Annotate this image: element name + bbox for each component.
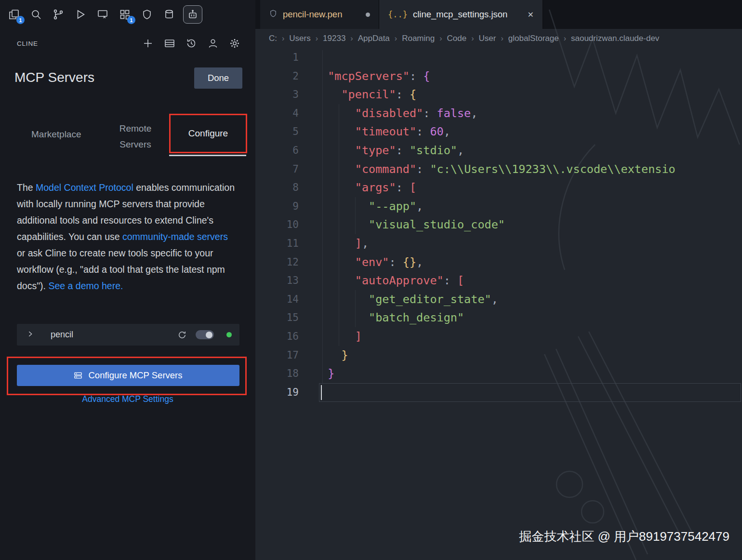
code-text: "timeout": 60, (299, 122, 450, 141)
code-line[interactable]: 16 ] (255, 327, 742, 346)
tab-filename: cline_mcp_settings.json (413, 9, 507, 20)
tab-marketplace[interactable]: Marketplace (31, 129, 81, 140)
line-number: 4 (255, 104, 299, 123)
code-text: "type": "stdio", (299, 141, 464, 160)
code-line[interactable]: 11 ], (255, 234, 742, 253)
code-line[interactable]: 8 "args": [ (255, 178, 742, 197)
inline-link[interactable]: See a demo here. (48, 280, 123, 291)
breadcrumb-item[interactable]: Roaming (402, 34, 435, 43)
text-cursor (321, 385, 322, 400)
configure-mcp-servers-button[interactable]: Configure MCP Servers (17, 365, 239, 386)
active-tab-underline (169, 155, 246, 156)
toggle-knob (206, 332, 212, 338)
breadcrumb-item[interactable]: 19233 (323, 34, 345, 43)
mcp-description: The Model Context Protocol enables commu… (17, 179, 238, 294)
breadcrumb-item[interactable]: C: (269, 34, 277, 43)
line-number: 15 (255, 308, 299, 327)
code-text: "visual_studio_code" (299, 215, 505, 234)
code-line[interactable]: 13 "autoApprove": [ (255, 271, 742, 290)
code-line[interactable]: 1 (255, 48, 742, 67)
code-line[interactable]: 5 "timeout": 60, (255, 122, 742, 141)
done-button[interactable]: Done (194, 67, 242, 89)
code-text: "get_editor_state", (299, 290, 498, 309)
history-icon[interactable] (184, 36, 199, 51)
line-number: 16 (255, 327, 299, 346)
breadcrumb-item[interactable]: Code (447, 34, 467, 43)
code-editor[interactable]: 12 "mcpServers": {3 "pencil": {4 "disabl… (255, 48, 742, 560)
code-line[interactable]: 14 "get_editor_state", (255, 290, 742, 309)
editor-tabbar: pencil-new.pen {..} cline_mcp_settings.j… (255, 0, 742, 29)
breadcrumb-separator-icon: › (501, 34, 503, 43)
breadcrumb-item[interactable]: Users (289, 34, 310, 43)
code-line[interactable]: 15 "batch_design" (255, 308, 742, 327)
advanced-mcp-settings-link[interactable]: Advanced MCP Settings (0, 394, 255, 404)
chevron-right-icon[interactable] (26, 330, 34, 340)
line-number: 5 (255, 122, 299, 141)
close-tab-icon[interactable]: ✕ (528, 10, 534, 19)
code-text: "pencil": { (299, 85, 416, 104)
server-row-pencil[interactable]: pencil (17, 324, 239, 346)
code-line[interactable]: 18 } (255, 364, 742, 383)
line-number: 19 (255, 383, 299, 402)
breadcrumb-item[interactable]: globalStorage (508, 34, 559, 43)
code-text: ], (299, 234, 369, 253)
code-line[interactable]: 6 "type": "stdio", (255, 141, 742, 160)
code-line[interactable]: 3 "pencil": { (255, 85, 742, 104)
server-status-dot (226, 332, 232, 337)
code-lines: 12 "mcpServers": {3 "pencil": {4 "disabl… (255, 48, 742, 401)
description-text: The (17, 182, 36, 193)
code-line[interactable]: 4 "disabled": false, (255, 104, 742, 123)
breadcrumb-separator-icon: › (439, 34, 442, 43)
code-line[interactable]: 2 "mcpServers": { (255, 67, 742, 86)
inline-link[interactable]: Model Context Protocol (36, 182, 133, 193)
code-text: "command": "c:\\Users\\19233\\.vscode\\e… (299, 160, 676, 179)
breadcrumb-item[interactable]: AppData (358, 34, 390, 43)
line-number: 12 (255, 253, 299, 272)
tab-remote-servers[interactable]: Remote Servers (114, 120, 157, 152)
editor-tab-pencil-new[interactable]: pencil-new.pen (260, 0, 379, 29)
extensions-icon[interactable]: 1 (117, 5, 133, 24)
code-line[interactable]: 17 } (255, 346, 742, 365)
new-task-plus-icon[interactable] (141, 36, 155, 51)
line-number: 6 (255, 141, 299, 160)
line-number: 10 (255, 215, 299, 234)
current-line-highlight (319, 383, 741, 402)
page-title: MCP Servers (14, 70, 94, 85)
cline-robot-icon[interactable] (183, 5, 202, 24)
mcp-servers-panel-icon[interactable] (162, 36, 177, 51)
line-number: 3 (255, 85, 299, 104)
line-number: 7 (255, 160, 299, 179)
settings-gear-icon[interactable] (227, 36, 242, 51)
tab-filename: pencil-new.pen (283, 9, 342, 20)
server-enabled-toggle[interactable] (196, 330, 214, 339)
line-number: 18 (255, 364, 299, 383)
code-line[interactable]: 10 "visual_studio_code" (255, 215, 742, 234)
modified-dot-icon[interactable] (366, 13, 370, 17)
shield-icon[interactable] (139, 5, 155, 24)
remote-window-icon[interactable] (94, 5, 111, 24)
refresh-icon[interactable] (177, 330, 187, 340)
inline-link[interactable]: community-made servers (122, 231, 228, 242)
breadcrumb-item[interactable]: saoudrizwan.claude-dev (571, 34, 659, 43)
copy-files-icon[interactable]: 1 (6, 5, 22, 24)
code-line[interactable]: 9 "--app", (255, 197, 742, 216)
breadcrumb-item[interactable]: User (479, 34, 496, 43)
code-line[interactable]: 7 "command": "c:\\Users\\19233\\.vscode\… (255, 160, 742, 179)
run-debug-icon[interactable] (72, 5, 89, 24)
json-file-icon: {..} (388, 10, 408, 19)
database-icon[interactable] (161, 5, 177, 24)
view-header: CLINE (0, 34, 255, 53)
code-line[interactable]: 12 "env": {}, (255, 253, 742, 272)
search-icon[interactable] (28, 5, 44, 24)
tab-configure[interactable]: Configure (169, 114, 247, 153)
configure-button-label: Configure MCP Servers (88, 370, 182, 381)
breadcrumb-separator-icon: › (282, 34, 284, 43)
breadcrumb: C:›Users›19233›AppData›Roaming›Code›User… (255, 29, 742, 48)
breadcrumb-separator-icon: › (395, 34, 397, 43)
source-control-icon[interactable] (50, 5, 66, 24)
server-name: pencil (51, 330, 73, 340)
editor-tab-cline-mcp-settings[interactable]: {..} cline_mcp_settings.json ✕ (379, 0, 543, 29)
breadcrumb-separator-icon: › (350, 34, 353, 43)
account-icon[interactable] (206, 36, 220, 51)
indent-guide (355, 290, 356, 327)
